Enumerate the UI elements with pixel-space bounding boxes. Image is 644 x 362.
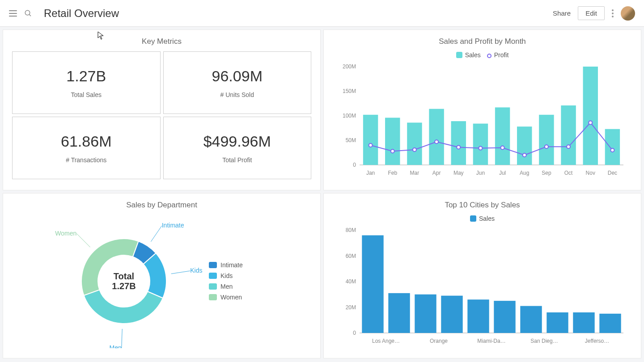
svg-text:50M: 50M xyxy=(346,137,356,143)
svg-text:Mar: Mar xyxy=(410,170,419,176)
donut-legend: Intimate Kids Men Women xyxy=(209,261,243,301)
metric-transactions[interactable]: 61.86M # Transactions xyxy=(12,117,161,179)
svg-text:Miami-Da…: Miami-Da… xyxy=(477,338,505,344)
svg-rect-14 xyxy=(495,107,510,165)
legend-item-sales: Sales xyxy=(470,215,495,222)
svg-text:150M: 150M xyxy=(343,88,356,94)
svg-line-46 xyxy=(171,271,190,274)
metric-units-sold[interactable]: 96.09M # Units Sold xyxy=(163,51,312,114)
svg-rect-62 xyxy=(415,295,436,333)
svg-text:Jefferso…: Jefferso… xyxy=(585,338,609,344)
donut-chart[interactable]: IntimateKidsMenWomenTotal1.27B xyxy=(12,214,209,348)
svg-rect-19 xyxy=(605,129,620,165)
svg-text:Nov: Nov xyxy=(586,170,595,176)
svg-line-44 xyxy=(151,226,161,241)
metric-value: 61.86M xyxy=(61,133,111,150)
metric-label: Total Sales xyxy=(71,91,102,98)
svg-text:San Dieg…: San Dieg… xyxy=(530,338,558,344)
svg-point-20 xyxy=(369,143,373,147)
svg-text:Kids: Kids xyxy=(190,267,202,274)
avatar[interactable] xyxy=(621,6,635,21)
svg-line-1 xyxy=(29,14,31,16)
svg-point-21 xyxy=(391,149,394,153)
legend-women: Women xyxy=(209,294,243,301)
svg-rect-60 xyxy=(362,236,383,333)
svg-point-0 xyxy=(25,10,30,15)
svg-point-26 xyxy=(501,146,504,150)
legend-item-sales: Sales xyxy=(456,51,481,59)
panel-title: Sales and Profit by Month xyxy=(333,37,632,46)
svg-point-29 xyxy=(567,145,570,148)
svg-text:200M: 200M xyxy=(343,63,356,70)
metric-value: 96.09M xyxy=(212,67,263,85)
legend-men: Men xyxy=(209,283,243,290)
more-icon[interactable] xyxy=(612,9,614,17)
svg-point-23 xyxy=(435,140,438,143)
svg-rect-69 xyxy=(599,314,621,333)
svg-text:Jun: Jun xyxy=(476,170,485,176)
svg-line-48 xyxy=(122,329,123,348)
metric-total-sales[interactable]: 1.27B Total Sales xyxy=(12,51,161,114)
svg-rect-64 xyxy=(467,299,489,333)
svg-rect-63 xyxy=(441,296,462,333)
svg-text:May: May xyxy=(453,170,464,176)
svg-text:Feb: Feb xyxy=(388,170,397,176)
key-metrics-panel: Key Metrics 1.27B Total Sales 96.09M # U… xyxy=(3,29,321,190)
svg-point-31 xyxy=(610,148,614,152)
legend: Sales Profit xyxy=(333,51,632,59)
metric-total-profit[interactable]: $499.96M Total Profit xyxy=(163,117,312,179)
cities-chart[interactable]: 020M40M60M80MLos Ange…OrangeMiami-Da…San… xyxy=(333,226,628,346)
metric-value: 1.27B xyxy=(66,67,106,85)
metric-label: # Transactions xyxy=(66,156,106,164)
svg-point-27 xyxy=(523,153,526,157)
svg-text:Men: Men xyxy=(110,344,122,348)
legend-kids: Kids xyxy=(209,272,243,279)
search-icon[interactable] xyxy=(24,9,32,17)
svg-rect-18 xyxy=(583,67,598,165)
svg-text:100M: 100M xyxy=(343,113,356,119)
svg-rect-10 xyxy=(407,122,422,165)
svg-rect-68 xyxy=(573,312,594,333)
legend-intimate: Intimate xyxy=(209,261,243,269)
svg-text:Jan: Jan xyxy=(366,170,375,176)
svg-rect-61 xyxy=(388,293,410,333)
svg-rect-17 xyxy=(561,105,576,165)
svg-text:80M: 80M xyxy=(346,227,356,233)
svg-text:1.27B: 1.27B xyxy=(112,281,136,291)
svg-point-25 xyxy=(479,147,482,150)
month-chart[interactable]: 050M100M150M200MJanFebMarAprMayJunJulAug… xyxy=(333,62,628,178)
metric-label: # Units Sold xyxy=(220,91,254,98)
svg-rect-67 xyxy=(547,312,568,333)
legend-item-profit: Profit xyxy=(487,51,509,59)
svg-rect-15 xyxy=(517,126,532,165)
sales-by-department-panel: Sales by Department IntimateKidsMenWomen… xyxy=(3,193,321,358)
svg-point-30 xyxy=(589,121,592,124)
svg-text:Jul: Jul xyxy=(499,170,506,176)
svg-text:Total: Total xyxy=(114,271,134,281)
svg-rect-65 xyxy=(494,301,515,333)
svg-rect-11 xyxy=(429,109,444,165)
panel-title: Sales by Department xyxy=(12,201,311,210)
svg-text:0: 0 xyxy=(353,162,356,168)
svg-text:Intimate: Intimate xyxy=(162,222,184,229)
svg-text:Sep: Sep xyxy=(542,170,551,176)
svg-text:Los Ange…: Los Ange… xyxy=(372,338,400,344)
legend: Sales xyxy=(333,215,632,222)
header-right: Share Edit xyxy=(553,6,635,21)
page-title: Retail Overview xyxy=(44,7,119,20)
svg-text:Women: Women xyxy=(55,230,76,237)
metrics-grid: 1.27B Total Sales 96.09M # Units Sold 61… xyxy=(12,51,311,179)
menu-icon[interactable] xyxy=(9,10,17,17)
edit-button[interactable]: Edit xyxy=(578,6,605,20)
dashboard-grid: Key Metrics 1.27B Total Sales 96.09M # U… xyxy=(0,27,644,361)
top-cities-panel: Top 10 Cities by Sales Sales 020M40M60M8… xyxy=(323,193,641,358)
svg-rect-16 xyxy=(539,115,554,165)
svg-text:60M: 60M xyxy=(346,253,356,259)
share-button[interactable]: Share xyxy=(553,9,571,17)
svg-text:Apr: Apr xyxy=(432,170,441,176)
sales-profit-month-panel: Sales and Profit by Month Sales Profit 0… xyxy=(323,29,641,190)
svg-rect-66 xyxy=(520,306,542,333)
svg-rect-13 xyxy=(473,124,488,165)
svg-text:Dec: Dec xyxy=(608,170,617,176)
svg-point-22 xyxy=(413,148,416,152)
